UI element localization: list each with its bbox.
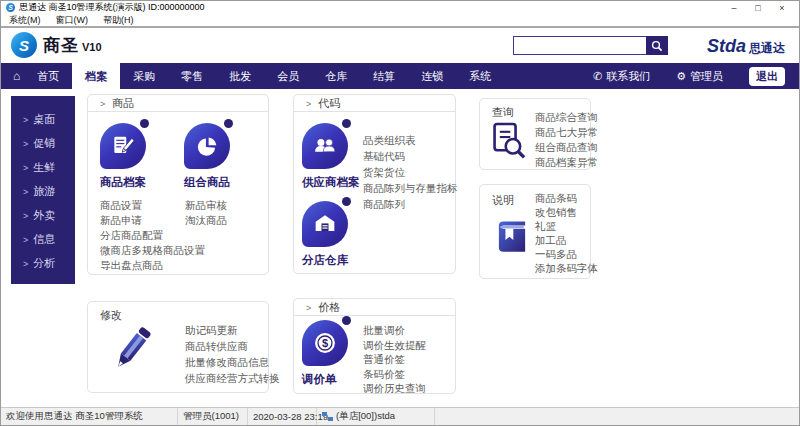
panel-title: 代码: [318, 97, 340, 109]
panel-link[interactable]: 助记码更新: [185, 322, 280, 338]
panel-link[interactable]: 加工品: [535, 233, 598, 247]
contact-us[interactable]: ✆ 联系我们: [593, 69, 650, 84]
panel-manual: 说明 商品条码 改包销售 礼篮 加工品 一码多品 添加条码字体: [479, 184, 591, 279]
tile-label: 组合商品: [184, 175, 256, 190]
book-icon[interactable]: [490, 215, 534, 261]
sidebar-item-desktop[interactable]: >桌面: [23, 108, 75, 132]
panel-title: 说明: [492, 193, 514, 208]
panel-title: 商品: [112, 97, 134, 109]
sidebar-item-promotion[interactable]: >促销: [23, 132, 75, 156]
panel-link[interactable]: 商品档案异常: [535, 155, 598, 170]
network-icon: [322, 412, 333, 422]
panel-link[interactable]: 组合商品查询: [535, 140, 598, 155]
panel-goods: >商品 商品档案 组合商品 商品设置 新品申请: [87, 94, 269, 275]
brand: Stda 思通达: [707, 36, 785, 57]
panel-link[interactable]: 商品陈列: [363, 196, 458, 212]
panel-link[interactable]: 基础代码: [363, 148, 458, 164]
panel-link[interactable]: 改包销售: [535, 205, 598, 219]
sidebar-item-label: 旅游: [33, 185, 55, 197]
panel-code: >代码 供应商档案 分店仓库 品类组织表 基础代码 货架货位 商品陈列与存量指标: [293, 94, 456, 274]
menu-help[interactable]: 帮助(H): [103, 14, 134, 27]
nav-item-home[interactable]: 首页: [24, 63, 72, 89]
sidebar-item-travel[interactable]: >旅游: [23, 180, 75, 204]
logo-s-icon: S: [11, 32, 37, 58]
panel-link[interactable]: 商品条码: [535, 191, 598, 205]
panel-price-header: >价格: [294, 299, 455, 316]
app-logo: S 商圣 V10: [11, 32, 102, 58]
brand-en: Stda: [707, 36, 746, 57]
nav-item-settlement[interactable]: 结算: [360, 63, 408, 89]
svg-text:$: $: [322, 337, 328, 349]
panel-link[interactable]: 普通价签: [363, 352, 426, 367]
sidebar-item-takeout[interactable]: >外卖: [23, 204, 75, 228]
goods-archive-icon: [100, 123, 146, 169]
menu-window[interactable]: 窗口(W): [56, 14, 89, 27]
chevron-icon: >: [306, 99, 311, 109]
admin-menu[interactable]: ⚙ 管理员: [676, 69, 723, 84]
panel-link[interactable]: 新品审核: [185, 198, 227, 213]
panel-link[interactable]: 商品综合查询: [535, 110, 598, 125]
sidebar-item-label: 促销: [33, 137, 55, 149]
panel-link[interactable]: 品类组织表: [363, 132, 458, 148]
panel-link[interactable]: 调价生效提醒: [363, 338, 426, 353]
sidebar-item-fresh[interactable]: >生鲜: [23, 156, 75, 180]
nav-item-archive[interactable]: 档案: [72, 63, 120, 89]
sidebar-item-analysis[interactable]: >分析: [23, 252, 75, 276]
panel-link[interactable]: 商品陈列与存量指标: [363, 180, 458, 196]
tile-goods-archive[interactable]: 商品档案: [100, 123, 172, 190]
status-store-label: (单店[00])stda: [336, 410, 395, 423]
status-datetime: 2020-03-28 23:19: [248, 408, 317, 425]
nav-item-warehouse[interactable]: 仓库: [312, 63, 360, 89]
nav-item-member[interactable]: 会员: [264, 63, 312, 89]
tile-label: 商品档案: [100, 175, 172, 190]
nav-item-retail[interactable]: 零售: [168, 63, 216, 89]
panel-goods-header: >商品: [88, 95, 268, 112]
panel-link[interactable]: 批量调价: [363, 323, 426, 338]
menu-system[interactable]: 系统(M): [9, 14, 41, 27]
sidebar-item-label: 信息: [33, 233, 55, 245]
nav-item-wholesale[interactable]: 批发: [216, 63, 264, 89]
logout-button[interactable]: 退出: [749, 67, 785, 86]
panel-link[interactable]: 礼篮: [535, 219, 598, 233]
phone-icon: ✆: [593, 70, 602, 83]
brand-cn: 思通达: [749, 40, 785, 57]
panel-link[interactable]: 货架货位: [363, 164, 458, 180]
home-icon[interactable]: ⌂: [13, 69, 20, 83]
chevron-icon: >: [100, 99, 105, 109]
panel-link[interactable]: 导出盘点商品: [100, 258, 205, 273]
nav-item-system[interactable]: 系统: [456, 63, 504, 89]
sidebar-item-label: 生鲜: [33, 161, 55, 173]
chevron-icon: >: [23, 163, 28, 173]
status-user: 管理员(1001): [178, 408, 248, 425]
tile-label: 分店仓库: [302, 253, 374, 268]
nav-item-purchase[interactable]: 采购: [120, 63, 168, 89]
tile-combo-goods[interactable]: 组合商品: [184, 123, 256, 190]
window-title: 思通达 商圣10管理系统(演示版) ID:000000000: [19, 1, 205, 14]
panel-link[interactable]: 供应商经营方式转换: [185, 370, 280, 386]
search-input[interactable]: [513, 36, 646, 55]
panel-link[interactable]: 商品七大异常: [535, 125, 598, 140]
search-button[interactable]: [646, 36, 668, 55]
minimize-button[interactable]: –: [722, 3, 746, 13]
pie-chart-icon: [184, 123, 230, 169]
nav-item-chain[interactable]: 连锁: [408, 63, 456, 89]
panel-link[interactable]: 条码价签: [363, 367, 426, 382]
panel-link[interactable]: 批量修改商品信息: [185, 354, 280, 370]
panel-link[interactable]: 调价历史查询: [363, 381, 426, 396]
panel-link[interactable]: 添加条码字体: [535, 261, 598, 275]
close-button[interactable]: ×: [770, 3, 794, 13]
logo-name: 商圣: [43, 34, 79, 57]
panel-title: 查询: [492, 105, 514, 120]
panel-title: 价格: [318, 301, 340, 313]
sidebar-item-label: 桌面: [33, 113, 55, 125]
pencil-icon[interactable]: [104, 318, 160, 384]
panel-link[interactable]: 淘汰商品: [185, 213, 227, 228]
sidebar-item-info[interactable]: >信息: [23, 228, 75, 252]
menubar: 系统(M) 窗口(W) 帮助(H): [1, 14, 799, 28]
panel-link[interactable]: 分店商品配置: [100, 228, 205, 243]
maximize-button[interactable]: □: [746, 3, 770, 13]
panel-link[interactable]: 一码多品: [535, 247, 598, 261]
panel-link[interactable]: 商品转供应商: [185, 338, 280, 354]
document-search-icon[interactable]: [488, 119, 530, 167]
panel-link[interactable]: 微商店多规格商品设置: [100, 243, 205, 258]
